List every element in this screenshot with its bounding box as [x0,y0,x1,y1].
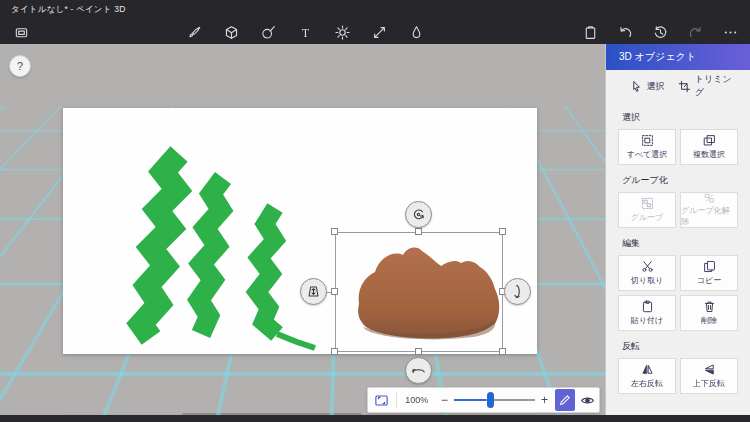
brush-icon [187,25,202,40]
undo-button[interactable] [608,20,643,44]
resize-handle-top-center[interactable] [415,228,422,235]
copy-icon [703,260,716,273]
section-title-flip: 反転 [622,340,750,353]
3d-library-tool-button[interactable] [398,20,435,44]
rotate-z-icon [410,206,427,223]
2d-shapes-tool-button[interactable] [250,20,287,44]
3d-shapes-icon [224,25,239,40]
depth-push-icon [305,283,322,300]
resize-handle-middle-left[interactable] [331,288,338,295]
zoom-slider-handle[interactable] [487,392,494,408]
group-icon [641,197,654,210]
2d-pencil-toggle-active[interactable] [555,389,575,411]
ellipsis-icon [723,25,738,40]
ungroup-button[interactable]: グループ化解除 [680,192,738,228]
depth-handle[interactable] [300,278,327,305]
tool-group-right [573,20,748,44]
paste-panel-button[interactable]: 貼り付け [618,295,676,331]
selection-frame [335,232,503,352]
3d-ground-grid [0,44,605,106]
effects-tool-button[interactable] [324,20,361,44]
tool-group-center: T [176,20,435,44]
seaweed-strands [141,154,315,348]
resize-handle-bottom-left[interactable] [331,348,338,355]
selection-border[interactable] [335,232,503,352]
rotate-z-handle[interactable] [405,201,432,228]
rotate-x-icon [410,362,427,379]
multi-select-icon [703,134,716,147]
eye-icon [580,393,595,408]
history-button[interactable] [643,20,678,44]
brush-tool-button[interactable] [176,20,213,44]
window-title: タイトルなし* - ペイント 3D [11,4,125,16]
group-button[interactable]: グループ [618,192,676,228]
resize-handle-top-right[interactable] [499,228,506,235]
flip-horizontal-icon [641,363,654,376]
crop-icon [678,80,691,93]
zoom-level-value: 100% [397,395,438,405]
redo-button[interactable] [678,20,713,44]
canvas-tool-button[interactable] [361,20,398,44]
ungroup-icon [703,193,716,203]
rotate-x-handle[interactable] [405,357,432,384]
multi-select-button[interactable]: 複数選択 [680,129,738,165]
2d-shapes-icon [261,25,276,40]
zoom-slider[interactable] [454,391,535,409]
history-clock-icon [653,25,668,40]
fit-to-window-button[interactable] [368,393,396,408]
svg-text:T: T [302,25,310,39]
panel-mode-tabs: 選択 トリミング [606,70,750,102]
tab-select[interactable]: 選択 [616,80,678,93]
folder-window-icon [14,25,29,40]
zoom-in-button[interactable]: + [537,394,552,406]
section-title-edit: 編集 [622,237,750,250]
more-menu-button[interactable] [713,20,748,44]
panel-title: 3D オブジェクト [606,44,750,70]
fit-to-window-icon [374,393,389,408]
paste-button[interactable] [573,20,608,44]
droplet-library-icon [409,25,424,40]
undo-icon [618,25,633,40]
flip-horizontal-button[interactable]: 左右反転 [618,358,676,394]
cut-button[interactable]: 切り取り [618,255,676,291]
cursor-icon [630,80,643,93]
paste-icon [641,300,654,313]
copy-button[interactable]: コピー [680,255,738,291]
flip-vertical-icon [703,363,716,376]
flip-vertical-button[interactable]: 上下反転 [680,358,738,394]
resize-handle-top-left[interactable] [331,228,338,235]
clipboard-icon [583,25,598,40]
3d-object-panel: 3D オブジェクト 選択 トリミング 選択 すべて選択 [605,44,750,415]
window-bottom-edge [0,415,750,422]
delete-button[interactable]: 削除 [680,295,738,331]
menu-button[interactable] [9,23,33,41]
help-button[interactable]: ? [9,55,31,77]
select-all-button[interactable]: すべて選択 [618,129,676,165]
section-title-grouping: グループ化 [622,174,750,187]
sun-effects-icon [335,25,350,40]
visibility-toggle[interactable] [575,393,599,408]
tab-trim[interactable]: トリミング [678,73,740,99]
help-label: ? [17,60,23,72]
text-icon: T [298,25,313,40]
3d-shapes-tool-button[interactable] [213,20,250,44]
pencil-icon [558,393,572,407]
trash-icon [703,300,716,313]
zoom-out-button[interactable]: − [437,394,452,406]
workspace: ? [0,44,605,416]
cut-icon [641,260,654,273]
resize-arrows-icon [372,25,387,40]
text-tool-button[interactable]: T [287,20,324,44]
title-toolbar: タイトルなし* - ペイント 3D [0,0,750,44]
paint3d-window: タイトルなし* - ペイント 3D [0,0,750,422]
redo-icon [688,25,703,40]
section-title-selection: 選択 [622,111,750,124]
resize-handle-bottom-center[interactable] [415,348,422,355]
select-all-icon [641,134,654,147]
rotate-y-icon [509,283,526,300]
rotate-y-handle[interactable] [504,278,531,305]
zoom-toolbar: 100% − + [367,387,600,413]
resize-handle-bottom-right[interactable] [499,348,506,355]
